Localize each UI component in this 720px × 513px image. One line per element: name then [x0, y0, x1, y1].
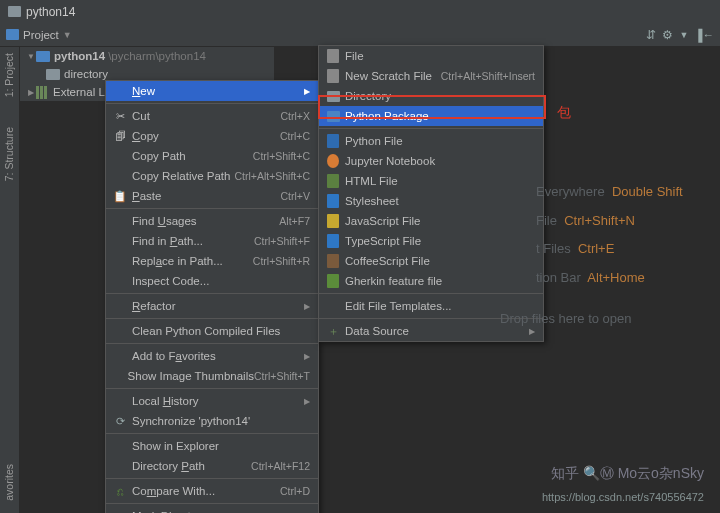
folder-icon	[8, 6, 21, 17]
project-toolbar: Project ▼ ⇵ ⚙ ▼ ▐←	[0, 23, 720, 47]
menu-item-compare-with[interactable]: ⎌Compare With...Ctrl+D	[106, 481, 318, 501]
ts-file-icon	[327, 234, 339, 248]
menu-item-directory-path[interactable]: Directory PathCtrl+Alt+F12	[106, 456, 318, 476]
menu-item-paste[interactable]: 📋PasteCtrl+V	[106, 186, 318, 206]
submenu-item-coffeescript[interactable]: CoffeeScript File	[319, 251, 543, 271]
menu-separator	[106, 478, 318, 479]
plus-icon: ＋	[325, 324, 341, 339]
menu-item-inspect-code[interactable]: Inspect Code...	[106, 271, 318, 291]
python-file-icon	[327, 134, 339, 148]
coffeescript-icon	[327, 254, 339, 268]
compare-icon: ⎌	[112, 485, 128, 497]
submenu-item-file[interactable]: File	[319, 46, 543, 66]
tree-root-path: \pycharm\python14	[108, 50, 206, 62]
menu-separator	[106, 103, 318, 104]
menu-separator	[319, 128, 543, 129]
project-toolbar-label[interactable]: Project	[23, 29, 59, 41]
menu-item-replace-in-path[interactable]: Replace in Path...Ctrl+Shift+R	[106, 251, 318, 271]
menu-item-refactor[interactable]: Refactor▶	[106, 296, 318, 316]
sync-icon: ⟳	[112, 415, 128, 428]
menu-separator	[106, 503, 318, 504]
submenu-arrow-icon: ▶	[304, 87, 310, 96]
menu-separator	[106, 208, 318, 209]
menu-separator	[106, 433, 318, 434]
submenu-arrow-icon: ▶	[529, 327, 535, 336]
submenu-item-html-file[interactable]: HTML File	[319, 171, 543, 191]
submenu-item-python-file[interactable]: Python File	[319, 131, 543, 151]
package-folder-icon	[327, 111, 340, 122]
expand-arrow-icon[interactable]: ▶	[26, 88, 36, 97]
menu-item-find-usages[interactable]: Find UsagesAlt+F7	[106, 211, 318, 231]
menu-item-clean-pyc[interactable]: Clean Python Compiled Files	[106, 321, 318, 341]
submenu-item-ts-file[interactable]: TypeScript File	[319, 231, 543, 251]
submenu-arrow-icon: ▶	[304, 302, 310, 311]
submenu-item-scratch-file[interactable]: New Scratch FileCtrl+Alt+Shift+Insert	[319, 66, 543, 86]
chevron-down-icon[interactable]: ▼	[679, 30, 688, 40]
title-text: python14	[26, 5, 75, 19]
menu-item-mark-directory[interactable]: Mark Directory as▶	[106, 506, 318, 513]
folder-icon	[327, 91, 340, 102]
module-folder-icon	[36, 51, 50, 62]
tree-root-name: python14	[54, 50, 105, 62]
gear-icon[interactable]: ⚙	[662, 28, 673, 42]
jupyter-icon	[327, 154, 339, 168]
drop-hint: Drop files here to open	[500, 311, 632, 326]
submenu-arrow-icon: ▶	[304, 397, 310, 406]
menu-item-local-history[interactable]: Local History▶	[106, 391, 318, 411]
new-submenu: File New Scratch FileCtrl+Alt+Shift+Inse…	[318, 45, 544, 342]
left-gutter: 1: Project 7: Structure avorites	[0, 47, 20, 513]
stylesheet-icon	[327, 194, 339, 208]
side-tab-project[interactable]: 1: Project	[0, 47, 18, 103]
menu-separator	[106, 318, 318, 319]
library-icon	[36, 86, 49, 99]
menu-separator	[319, 293, 543, 294]
watermark: 知乎 🔍Ⓜ Mo云o杂nSky	[551, 465, 704, 483]
menu-item-copy[interactable]: 🗐CopyCtrl+C	[106, 126, 318, 146]
copy-icon: 🗐	[112, 130, 128, 142]
clipboard-icon: 📋	[112, 190, 128, 203]
submenu-item-stylesheet[interactable]: Stylesheet	[319, 191, 543, 211]
context-menu: New▶ ✂CutCtrl+X 🗐CopyCtrl+C Copy PathCtr…	[105, 80, 319, 513]
scratch-file-icon	[327, 69, 339, 83]
js-file-icon	[327, 214, 339, 228]
submenu-item-js-file[interactable]: JavaScript File	[319, 211, 543, 231]
welcome-hints: Everywhere Double Shift File Ctrl+Shift+…	[536, 178, 683, 292]
menu-item-show-explorer[interactable]: Show in Explorer	[106, 436, 318, 456]
menu-separator	[106, 388, 318, 389]
submenu-item-gherkin[interactable]: Gherkin feature file	[319, 271, 543, 291]
submenu-item-directory[interactable]: Directory	[319, 86, 543, 106]
expand-arrow-icon[interactable]: ▼	[26, 52, 36, 61]
html-file-icon	[327, 174, 339, 188]
file-icon	[327, 49, 339, 63]
menu-separator	[106, 293, 318, 294]
menu-item-cut[interactable]: ✂CutCtrl+X	[106, 106, 318, 126]
menu-item-synchronize[interactable]: ⟳Synchronize 'python14'	[106, 411, 318, 431]
menu-item-add-favorites[interactable]: Add to Favorites▶	[106, 346, 318, 366]
submenu-item-python-package[interactable]: Python Package	[319, 106, 543, 126]
menu-item-copy-relative-path[interactable]: Copy Relative PathCtrl+Alt+Shift+C	[106, 166, 318, 186]
submenu-arrow-icon: ▶	[304, 352, 310, 361]
side-tab-favorites[interactable]: avorites	[0, 458, 18, 507]
menu-item-copy-path[interactable]: Copy PathCtrl+Shift+C	[106, 146, 318, 166]
collapse-icon[interactable]: ▐←	[694, 29, 714, 41]
scissors-icon: ✂	[112, 110, 128, 123]
chevron-down-icon[interactable]: ▼	[63, 30, 72, 40]
autoscroll-icon[interactable]: ⇵	[646, 28, 656, 42]
project-icon	[6, 29, 19, 40]
menu-separator	[106, 343, 318, 344]
submenu-item-jupyter[interactable]: Jupyter Notebook	[319, 151, 543, 171]
menu-item-show-thumbnails[interactable]: Show Image ThumbnailsCtrl+Shift+T	[106, 366, 318, 386]
folder-icon	[46, 69, 60, 80]
menu-item-find-in-path[interactable]: Find in Path...Ctrl+Shift+F	[106, 231, 318, 251]
annotation-text: 包	[557, 104, 571, 122]
url-watermark: https://blog.csdn.net/s740556472	[542, 491, 704, 503]
menu-item-new[interactable]: New▶	[106, 81, 318, 101]
titlebar: python14	[0, 0, 720, 23]
tree-root[interactable]: ▼ python14 \pycharm\python14	[20, 47, 274, 65]
side-tab-structure[interactable]: 7: Structure	[0, 121, 18, 187]
gherkin-icon	[327, 274, 339, 288]
